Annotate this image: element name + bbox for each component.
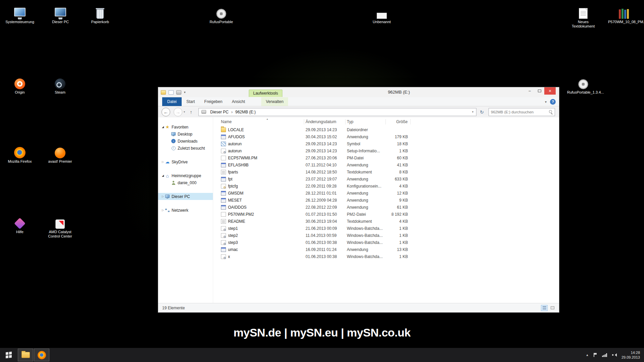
desktop-icon-amd-catalyst[interactable]: AMD Catalyst Control Center <box>44 214 76 239</box>
sidebar-item-danie-000[interactable]: danie_000 <box>158 179 213 186</box>
column-header-size[interactable]: Größe <box>386 119 411 124</box>
file-name: P570WM.PM2 <box>228 212 254 217</box>
desktop-icon-firefox[interactable]: Mozilla Firefox <box>4 144 36 164</box>
file-type: Textdokument <box>346 219 386 224</box>
close-button[interactable]: × <box>544 87 556 95</box>
file-row[interactable]: x01.06.2013 00:38Windows-Batchda...1 KB <box>213 253 559 260</box>
sidebar-group-favoriten[interactable]: ◢ ★ Favoriten <box>158 123 213 131</box>
expand-triangle-icon[interactable]: ◢ <box>161 174 165 177</box>
minimize-button[interactable]: − <box>525 87 535 95</box>
sidebar-item-downloads[interactable]: ↓ Downloads <box>158 138 213 145</box>
qat-new-folder-icon[interactable] <box>176 90 181 95</box>
desktop-icon-papierkorb[interactable]: Papierkorb <box>84 4 116 24</box>
action-center-flag-icon[interactable] <box>594 353 597 357</box>
file-row[interactable]: AFUDOS30.04.2013 15:02Anwendung179 KB <box>213 133 559 140</box>
desktop-icon-avast[interactable]: avast! Premier <box>44 144 76 164</box>
desktop-icon-label: Mozilla Firefox <box>4 159 36 164</box>
sidebar-item-desktop[interactable]: Desktop <box>158 131 213 138</box>
start-button[interactable] <box>0 348 17 362</box>
refresh-icon[interactable]: ↻ <box>478 108 486 116</box>
wallpaper-brand-text: mySN.de | mySN.eu | mySN.co.uk <box>0 326 644 339</box>
file-row[interactable]: MESET26.12.2009 04:28Anwendung9 KB <box>213 197 559 204</box>
file-size: 41 KB <box>386 163 411 167</box>
tab-start[interactable]: Start <box>182 97 199 106</box>
desktop-icon-dieser-pc[interactable]: Dieser PC <box>44 4 77 24</box>
help-icon[interactable]: ? <box>550 99 556 105</box>
file-row[interactable]: autorun29.09.2013 14:23Symbol18 KB <box>213 140 559 147</box>
search-input[interactable] <box>491 110 549 114</box>
address-dropdown-icon[interactable]: ▾ <box>472 110 475 113</box>
qat-customize-dropdown-icon[interactable]: ▾ <box>184 91 186 94</box>
breadcrumb-separator-icon[interactable]: › <box>231 110 233 114</box>
app-file-icon <box>221 205 226 210</box>
desktop-icon-unbenannt[interactable]: Unbenannt <box>366 4 398 24</box>
desktop-icon-neues-textdokument[interactable]: Neues Textdokument <box>567 4 599 29</box>
tab-freigeben[interactable]: Freigeben <box>199 97 227 106</box>
expand-triangle-icon[interactable]: ◢ <box>161 125 165 128</box>
file-name: x <box>228 254 230 259</box>
search-box[interactable] <box>489 108 555 116</box>
file-row[interactable]: step121.06.2013 00:09Windows-Batchda...1… <box>213 225 559 232</box>
sidebar-item-netzwerk[interactable]: ▷ Netzwerk <box>158 207 213 214</box>
desktop-icon-p570wm-archive[interactable]: P570WM_10_08_PM... <box>608 4 640 24</box>
file-row[interactable]: GMSDM28.12.2011 01:01Anwendung12 KB <box>213 190 559 197</box>
taskbar-clock[interactable]: 14:28 29.09.2013 <box>622 350 640 360</box>
forward-button[interactable]: → <box>174 108 182 116</box>
file-row[interactable]: step301.06.2013 00:38Windows-Batchda...1… <box>213 239 559 246</box>
volume-icon[interactable] <box>612 353 616 357</box>
column-header-type[interactable]: Typ <box>346 119 386 124</box>
breadcrumb[interactable]: Dieser PC › 962MB (E:) ▾ <box>198 108 476 116</box>
file-date: 27.06.2013 20:06 <box>304 156 346 160</box>
file-row[interactable]: EFLASH9B07.11.2012 04:10Anwendung41 KB <box>213 161 559 168</box>
large-icons-view-button[interactable] <box>549 305 556 311</box>
context-tab-group-laufwerktools[interactable]: Laufwerktools <box>249 90 282 97</box>
desktop-icon-origin[interactable]: Origin <box>4 74 36 95</box>
ribbon-expand-icon[interactable]: ▾ <box>545 100 547 104</box>
column-header-date[interactable]: Änderungsdatum <box>304 119 346 124</box>
file-row[interactable]: umac16.09.2011 01:24Anwendung13 KB <box>213 246 559 253</box>
details-view-button[interactable] <box>541 305 548 311</box>
taskbar-item-explorer[interactable] <box>18 349 33 361</box>
text-file-icon <box>221 170 226 174</box>
breadcrumb-drive-e[interactable]: 962MB (E:) <box>233 110 258 114</box>
expand-triangle-icon[interactable]: ▷ <box>161 195 165 198</box>
file-row[interactable]: step211.04.2013 00:59Windows-Batchda...1… <box>213 232 559 239</box>
tab-ansicht[interactable]: Ansicht <box>227 97 249 106</box>
file-name: fptcfg <box>228 184 238 189</box>
column-header-name[interactable]: ▴ Name <box>220 119 304 124</box>
file-row[interactable]: fpt23.07.2012 19:07Anwendung633 KB <box>213 175 559 183</box>
taskbar-item-firefox[interactable] <box>34 349 49 361</box>
sidebar-item-zuletzt-besucht[interactable]: Zuletzt besucht <box>158 145 213 152</box>
sidebar-group-heimnetzgruppe[interactable]: ◢ ⌂ Heimnetzgruppe <box>158 172 213 179</box>
file-row[interactable]: autorun29.09.2013 14:23Setup-Informatio.… <box>213 147 559 154</box>
taskbar: ▲ 14:28 29.09.2013 <box>0 348 644 362</box>
desktop-icon-systemsteuerung[interactable]: Systemsteuerung <box>4 4 36 24</box>
desktop-icon-rufusportable-134[interactable]: RufusPortable_1.3.4... <box>567 74 599 95</box>
breadcrumb-dieser-pc[interactable]: Dieser PC <box>208 110 231 114</box>
qat-properties-icon[interactable] <box>169 90 174 95</box>
file-row[interactable]: fptcfg22.09.2011 09:28Konfigurationsein.… <box>213 183 559 190</box>
file-row[interactable]: ECP57WM8.PM27.06.2013 20:06PM-Datei60 KB <box>213 154 559 161</box>
file-date: 07.11.2012 04:10 <box>304 163 346 167</box>
file-row[interactable]: fparts14.08.2012 18:50Textdokument8 KB <box>213 168 559 175</box>
file-type: Symbol <box>346 142 386 146</box>
title-bar[interactable]: ▾ Laufwerktools 962MB (E:) − × <box>158 87 559 97</box>
sidebar-item-dieser-pc[interactable]: ▷ Dieser PC <box>158 193 213 200</box>
show-hidden-icons-chevron[interactable]: ▲ <box>586 353 589 357</box>
desktop-icon-hilfe[interactable]: Hilfe <box>4 214 36 234</box>
file-row[interactable]: LOCALE29.09.2013 14:23Dateiordner <box>213 126 559 133</box>
tab-datei[interactable]: Datei <box>162 97 182 106</box>
recent-locations-dropdown-icon[interactable]: ▾ <box>184 110 185 113</box>
file-row[interactable]: P570WM.PM201.07.2013 01:50PM2-Datei8 192… <box>213 211 559 218</box>
file-row[interactable]: OAIDDOS22.08.2012 22:09Anwendung61 KB <box>213 204 559 211</box>
maximize-button[interactable] <box>535 87 544 95</box>
up-button[interactable]: ↑ <box>187 108 195 116</box>
sidebar-item-skydrive[interactable]: ▷ ☁ SkyDrive <box>158 158 213 165</box>
file-row[interactable]: README30.06.2013 19:04Textdokument4 KB <box>213 218 559 225</box>
tab-verwalten[interactable]: Verwalten <box>261 97 288 106</box>
back-button[interactable]: ← <box>162 108 170 116</box>
network-signal-icon[interactable] <box>602 353 607 357</box>
desktop-icon-rufusportable[interactable]: RufusPortable <box>205 4 237 24</box>
desktop-icon-steam[interactable]: Steam <box>44 74 76 95</box>
file-size: 12 KB <box>386 191 411 196</box>
